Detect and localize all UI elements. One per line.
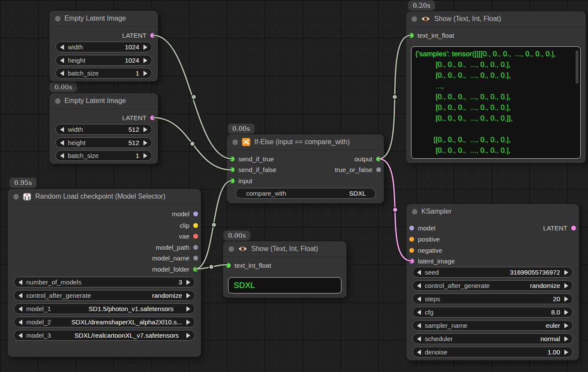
input-slot-send-if-false[interactable]: send_if_false — [230, 164, 276, 175]
decrement-arrow-icon[interactable] — [417, 323, 421, 328]
input-slot-input[interactable]: input — [230, 175, 253, 186]
decrement-arrow-icon[interactable] — [60, 45, 64, 50]
node-title-bar[interactable]: Show (Text, Int, Float) — [223, 241, 347, 257]
decrement-arrow-icon[interactable] — [18, 293, 22, 298]
widget-height[interactable]: height 512 — [55, 137, 152, 148]
widget-model-3[interactable]: model_3 SDXL/realcartoonXL_v7.safetensor… — [14, 330, 195, 341]
decrement-arrow-icon[interactable] — [417, 270, 421, 275]
slot-dot[interactable] — [193, 234, 198, 239]
widget-height[interactable]: height 1024 — [55, 55, 152, 66]
increment-arrow-icon[interactable] — [143, 58, 147, 63]
output-slot-output[interactable]: output — [354, 153, 381, 164]
input-slot-send-if-true[interactable]: send_if_true — [230, 153, 274, 164]
slot-dot[interactable] — [193, 256, 198, 260]
node-title-bar[interactable]: Show (Text, Int, Float) — [406, 11, 586, 27]
increment-arrow-icon[interactable] — [186, 320, 190, 325]
widget-model-2[interactable]: model_2 SDXL/dreamshaperXL_alpha2Xl10.s.… — [14, 317, 195, 327]
increment-arrow-icon[interactable] — [143, 45, 147, 50]
input-slot-latent-image[interactable]: latent_image — [409, 255, 455, 266]
decrement-arrow-icon[interactable] — [417, 350, 421, 355]
slot-dot[interactable] — [230, 157, 235, 161]
widget-number-of-models[interactable]: number_of_models 3 — [14, 277, 195, 287]
decrement-arrow-icon[interactable] — [60, 153, 64, 158]
increment-arrow-icon[interactable] — [186, 306, 190, 312]
output-slot-true-or-false[interactable]: true_or_false — [335, 164, 381, 175]
increment-arrow-icon[interactable] — [564, 283, 568, 288]
slot-dot[interactable] — [193, 267, 198, 272]
slot-dot[interactable] — [193, 245, 198, 250]
slot-dot[interactable] — [193, 212, 198, 216]
slot-dot[interactable] — [409, 237, 414, 242]
increment-arrow-icon[interactable] — [564, 323, 568, 328]
increment-arrow-icon[interactable] — [143, 153, 147, 158]
output-slot-model-name[interactable]: model_name — [152, 252, 198, 263]
decrement-arrow-icon[interactable] — [417, 336, 421, 342]
node-title-bar[interactable]: KSampler — [406, 204, 579, 220]
slot-dot[interactable] — [376, 157, 381, 161]
decrement-arrow-icon[interactable] — [60, 127, 64, 132]
widget-batch-size[interactable]: batch_size 1 — [55, 68, 152, 79]
output-slot-model-folder[interactable]: model_folder — [152, 263, 198, 275]
slot-dot[interactable] — [409, 33, 414, 38]
increment-arrow-icon[interactable] — [564, 270, 568, 275]
decrement-arrow-icon[interactable] — [417, 283, 421, 288]
collapse-dot[interactable] — [411, 16, 417, 22]
collapse-dot[interactable] — [228, 246, 234, 252]
slot-dot[interactable] — [150, 115, 155, 120]
node-empty-latent-image-1[interactable]: Empty Latent Image LATENT width 1024 hei… — [49, 11, 158, 82]
increment-arrow-icon[interactable] — [186, 293, 190, 298]
node-random-load-checkpoint[interactable]: Random Load checkpoint (Model Selector) … — [8, 189, 201, 357]
increment-arrow-icon[interactable] — [186, 280, 190, 285]
slot-dot[interactable] — [226, 263, 231, 268]
widget-width[interactable]: width 1024 — [55, 42, 152, 52]
node-title-bar[interactable]: Empty Latent Image — [49, 93, 158, 109]
node-title-bar[interactable]: If-Else (input == compare_with) — [227, 134, 384, 150]
decrement-arrow-icon[interactable] — [18, 320, 22, 325]
slot-dot[interactable] — [193, 223, 198, 228]
input-slot-positive[interactable]: positive — [409, 233, 440, 245]
widget-steps[interactable]: steps 20 — [412, 293, 573, 304]
slot-dot[interactable] — [150, 33, 155, 38]
slot-dot[interactable] — [409, 259, 414, 263]
widget-cfg[interactable]: cfg 8.0 — [412, 307, 573, 318]
input-slot-text-int-float[interactable]: text_int_float — [226, 260, 271, 271]
node-title-bar[interactable]: Empty Latent Image — [49, 11, 158, 27]
increment-arrow-icon[interactable] — [186, 333, 190, 338]
text-display-field[interactable]: SDXL — [228, 277, 341, 293]
node-title-bar[interactable]: Random Load checkpoint (Model Selector) — [8, 189, 201, 205]
decrement-arrow-icon[interactable] — [60, 58, 64, 63]
increment-arrow-icon[interactable] — [564, 350, 568, 355]
collapse-dot[interactable] — [13, 194, 19, 200]
scrollbar-thumb[interactable] — [576, 50, 579, 84]
collapse-dot[interactable] — [55, 98, 61, 104]
widget-model-1[interactable]: model_1 SD1.5/photon_v1.safetensors — [14, 303, 195, 314]
slot-dot[interactable] — [571, 226, 576, 230]
collapse-dot[interactable] — [232, 139, 238, 145]
collapse-dot[interactable] — [412, 209, 417, 215]
widget-sampler-name[interactable]: sampler_name euler — [412, 320, 573, 331]
output-slot-latent[interactable]: LATENT — [122, 30, 155, 41]
widget-control-after-generate[interactable]: control_after_generate randomize — [412, 280, 573, 291]
output-slot-vae[interactable]: vae — [179, 230, 198, 242]
node-show-text-small[interactable]: Show (Text, Int, Float) text_int_float S… — [223, 241, 347, 298]
input-slot-model[interactable]: model — [409, 222, 436, 233]
decrement-arrow-icon[interactable] — [18, 280, 22, 285]
output-slot-clip[interactable]: clip — [180, 220, 198, 231]
slot-dot[interactable] — [230, 167, 235, 172]
decrement-arrow-icon[interactable] — [417, 310, 421, 315]
decrement-arrow-icon[interactable] — [18, 306, 22, 312]
output-slot-model-path[interactable]: model_path — [156, 242, 198, 253]
tensor-display-field[interactable]: {'samples': tensor([[[[0., 0., 0., ..., … — [411, 46, 581, 159]
increment-arrow-icon[interactable] — [143, 127, 147, 132]
widget-batch-size[interactable]: batch_size 1 — [55, 150, 152, 161]
widget-denoise[interactable]: denoise 1.00 — [412, 347, 573, 357]
output-slot-model[interactable]: model — [172, 208, 198, 219]
node-empty-latent-image-2[interactable]: Empty Latent Image LATENT width 512 heig… — [49, 93, 158, 164]
node-if-else[interactable]: If-Else (input == compare_with) send_if_… — [227, 134, 384, 203]
widget-width[interactable]: width 512 — [55, 124, 152, 135]
node-ksampler[interactable]: KSampler model positive negative latent_… — [406, 204, 579, 360]
slot-dot[interactable] — [409, 226, 414, 230]
increment-arrow-icon[interactable] — [564, 310, 568, 315]
output-slot-latent[interactable]: LATENT — [122, 112, 155, 123]
decrement-arrow-icon[interactable] — [60, 71, 64, 76]
